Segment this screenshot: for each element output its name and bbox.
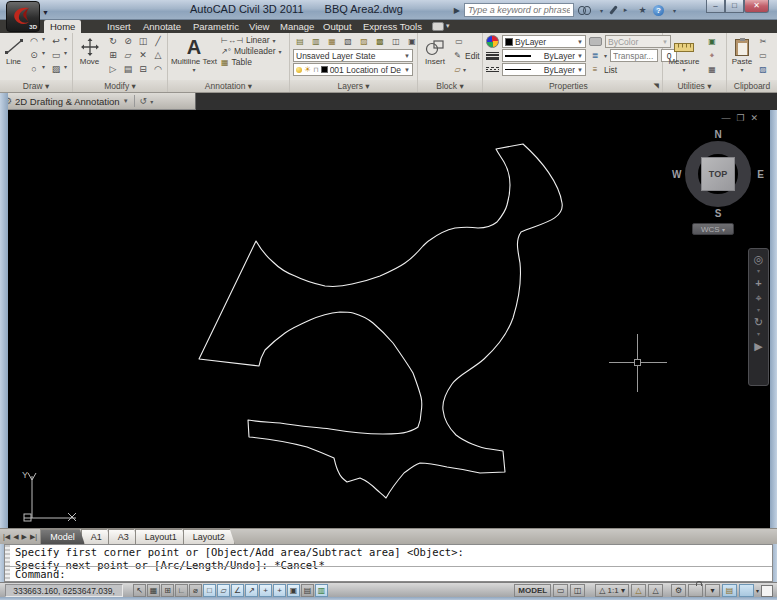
steering-wheel-icon[interactable]: ◎ (754, 252, 764, 266)
tab-layout2[interactable]: Layout2 (183, 529, 235, 544)
panel-title-draw[interactable]: Draw ▾ (0, 80, 72, 92)
workspace-switch-dropdown-icon[interactable]: ▾ (150, 98, 153, 105)
orbit-icon[interactable]: ↻ (754, 315, 763, 329)
tab-a1[interactable]: A1 (81, 529, 112, 544)
rectangle-icon[interactable]: ▭ (49, 49, 63, 62)
clean-screen-button[interactable] (761, 585, 773, 597)
zoom-icon[interactable]: ⌖ (755, 291, 761, 305)
selection-cycling-toggle[interactable]: ▥ (315, 584, 328, 597)
application-menu-button[interactable]: 3D (6, 1, 40, 32)
line-button[interactable]: Line (2, 35, 25, 66)
lineweight-toggle[interactable]: + (273, 584, 286, 597)
block-attributes-button[interactable]: ▱ ▾ (452, 63, 480, 76)
viewcube-top-face[interactable]: TOP (701, 157, 735, 191)
rectangle-dropdown-icon[interactable]: ▾ (64, 49, 70, 63)
lock-ui-button[interactable] (688, 584, 703, 597)
status-collapse-icon[interactable]: ▾ (705, 584, 720, 597)
viewcube-east-label[interactable]: E (757, 169, 764, 180)
layer-freeze-icon[interactable]: ▧ (341, 35, 355, 48)
quick-properties-toggle[interactable]: ▤ (301, 584, 314, 597)
subscription-wrench-icon[interactable] (609, 5, 618, 15)
annotation-autoscale-icon[interactable]: △ (648, 584, 663, 597)
object-color-dropdown[interactable]: ByLayer▼ (502, 35, 586, 48)
hatch-dropdown-icon[interactable]: ▾ (64, 63, 70, 77)
multileader-dropdown-icon[interactable]: ▾ (278, 48, 281, 55)
quick-view-layouts-icon[interactable]: ▭ (553, 584, 568, 597)
drawing-canvas[interactable] (8, 110, 770, 528)
first-tab-icon[interactable]: |◀ (3, 533, 10, 541)
panel-title-annotation[interactable]: Annotation ▾ (168, 80, 289, 92)
polyline-dropdown-icon[interactable]: ▾ (64, 35, 70, 49)
arc-icon[interactable]: ◠ (27, 35, 41, 48)
layer-previous-icon[interactable]: ◫ (389, 35, 403, 48)
dynamic-input-toggle[interactable]: + (259, 584, 272, 597)
zoom-dropdown-icon[interactable]: ▾ (757, 306, 760, 314)
array-icon[interactable]: ⊞ (106, 49, 120, 62)
layer-lock-icon[interactable]: ▨ (357, 35, 371, 48)
tab-a3[interactable]: A3 (108, 529, 139, 544)
tab-manage[interactable]: Manage (274, 20, 320, 33)
maximize-button[interactable]: □ (725, 0, 744, 13)
otrack-toggle[interactable]: ∠ (231, 584, 244, 597)
next-tab-icon[interactable]: ▶ (22, 533, 27, 541)
tab-model[interactable]: Model (40, 529, 85, 544)
match-properties-icon[interactable]: ▨ (756, 63, 770, 76)
prev-tab-icon[interactable]: ◀ (13, 533, 18, 541)
quick-select-icon[interactable]: ⌖ (705, 49, 719, 62)
insert-block-button[interactable]: Insert (420, 35, 450, 66)
workspace-switch-gear-icon[interactable]: ⚙ (671, 584, 686, 597)
viewcube-south-label[interactable]: S (715, 208, 722, 219)
mtext-dropdown-icon[interactable]: ▾ (192, 66, 195, 73)
drawing-viewport[interactable]: — ❐ ✕ N S W E TOP WCS ▾ ◎ ▾ + ⌖ ▾ ↻ ▾ ▶ (8, 110, 770, 528)
edit-block-button[interactable]: ✎ Edit (452, 49, 480, 62)
command-prompt[interactable]: Command: (15, 568, 66, 580)
steering-wheel-dropdown-icon[interactable]: ▾ (757, 267, 760, 275)
showmotion-icon[interactable]: ▶ (754, 339, 762, 353)
grid-toggle[interactable]: ⊞ (161, 584, 174, 597)
current-layer-dropdown[interactable]: ☀ ⊓ 001 Location of De▼ (293, 63, 413, 76)
table-button[interactable]: ▦ Table (221, 57, 282, 67)
arc-dropdown-icon[interactable]: ▾ (42, 35, 48, 49)
object-visibility-bulb-button[interactable] (739, 584, 754, 597)
list-button[interactable]: List (604, 65, 617, 75)
layer-match-icon[interactable]: ▩ (373, 35, 387, 48)
search-icon[interactable] (578, 6, 591, 14)
circle-dropdown-icon[interactable]: ▾ (42, 49, 48, 63)
ortho-toggle[interactable]: ∟ (175, 584, 188, 597)
tab-output[interactable]: Output (317, 20, 358, 33)
dynamic-ucs-toggle[interactable]: ↗ (245, 584, 258, 597)
layer-stack-icon[interactable]: ≣ (589, 49, 601, 62)
trim-icon[interactable]: ⊘ (121, 35, 135, 48)
wcs-button[interactable]: WCS ▾ (692, 223, 734, 235)
search-dropdown-icon[interactable]: ▾ (595, 7, 608, 14)
close-button[interactable]: ✕ (744, 0, 769, 13)
ellipse-dropdown-icon[interactable]: ▾ (42, 63, 48, 77)
workspace-dropdown-icon[interactable]: ▼ (123, 98, 129, 104)
workspace-switch-icon[interactable]: ↺ (140, 96, 148, 106)
join-icon[interactable]: ◠ (151, 63, 165, 76)
transparency-field[interactable]: Transpar... (610, 49, 658, 62)
paste-dropdown-icon[interactable]: ▾ (740, 66, 743, 73)
linear-dropdown-icon[interactable]: ▾ (273, 37, 276, 44)
panel-title-layers[interactable]: Layers ▾ (290, 80, 417, 92)
search-input[interactable] (464, 3, 574, 17)
tab-layout1[interactable]: Layout1 (135, 529, 187, 544)
command-window-grip[interactable] (5, 545, 10, 581)
quick-view-drawings-icon[interactable]: ◫ (570, 584, 585, 597)
move-button[interactable]: Move (75, 35, 104, 66)
measure-dropdown-icon[interactable]: ▾ (682, 66, 685, 73)
status-menu-carat-icon[interactable]: ▾ (756, 587, 759, 594)
annotation-visibility-icon[interactable]: △ (631, 584, 646, 597)
pan-icon[interactable]: + (755, 276, 761, 290)
circle-icon[interactable]: ⊙ (27, 49, 41, 62)
multiline-text-button[interactable]: A Multiline Text ▾ (170, 35, 218, 73)
command-window[interactable]: Specify first corner point or [Object/Ad… (4, 544, 773, 582)
last-tab-icon[interactable]: ▶| (30, 533, 37, 541)
tab-view[interactable]: View (243, 20, 275, 33)
break-icon[interactable]: ⊟ (136, 63, 150, 76)
layer-walk-icon[interactable]: ▣ (405, 35, 419, 48)
stretch-icon[interactable]: ▷ (106, 63, 120, 76)
viewcube-west-label[interactable]: W (672, 169, 681, 180)
coordinate-readout[interactable]: 333663.160, 6253647.039, 0.000 (5, 584, 123, 597)
minimize-button[interactable]: – (706, 0, 725, 13)
